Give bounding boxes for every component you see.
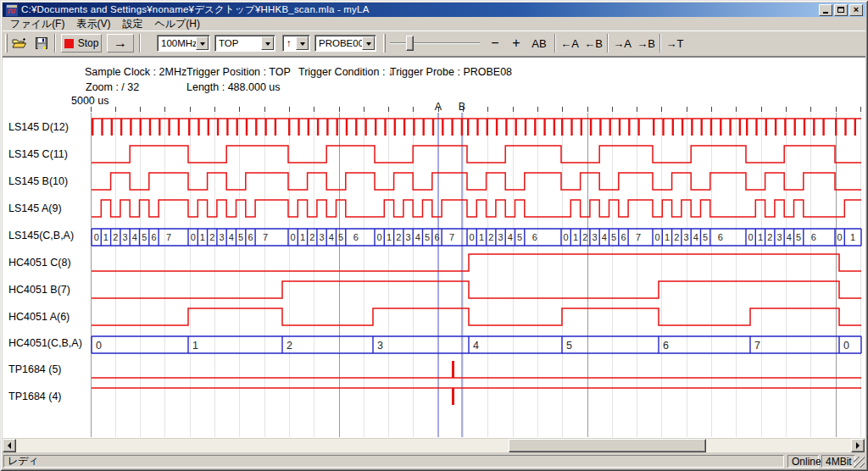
toolbar-separator: [607, 34, 609, 53]
svg-text:2: 2: [396, 232, 401, 242]
channel-wave-6: [92, 281, 861, 298]
scroll-left-button[interactable]: [3, 439, 16, 452]
window-title: C:¥Documents and Settings¥noname¥デスクトップ¥…: [21, 3, 819, 16]
move-b-left-button[interactable]: ←B: [582, 34, 604, 53]
trigger-probe-select[interactable]: PROBE00: [314, 35, 376, 52]
svg-text:1: 1: [103, 232, 108, 242]
trigger-condition-info: Trigger Condition : ↓: [298, 66, 393, 78]
sample-clock-select[interactable]: 100MHz: [157, 35, 210, 52]
chevron-down-icon[interactable]: [261, 36, 274, 50]
close-button[interactable]: ×: [849, 4, 863, 16]
trigger-edge-select[interactable]: ↑: [282, 35, 310, 52]
svg-text:0: 0: [94, 232, 99, 242]
toolbar-grip[interactable]: [383, 34, 386, 53]
svg-text:2: 2: [209, 232, 214, 242]
trigger-position-select[interactable]: TOP: [214, 35, 275, 52]
stop-button[interactable]: Stop: [61, 34, 102, 53]
svg-text:A: A: [435, 101, 442, 113]
svg-text:4: 4: [329, 232, 334, 242]
svg-text:0: 0: [748, 232, 754, 242]
svg-text:6: 6: [151, 232, 156, 242]
online-status-badge: Online: [787, 455, 819, 468]
toolbar-grip[interactable]: [5, 34, 8, 53]
close-icon: ×: [854, 5, 859, 14]
svg-text:5: 5: [796, 232, 801, 242]
svg-text:B: B: [459, 101, 465, 113]
svg-text:3: 3: [683, 232, 688, 242]
channel-wave-5: [92, 254, 861, 271]
zoom-info: Zoom : / 32: [86, 81, 139, 93]
zoom-in-button[interactable]: +: [508, 34, 525, 53]
svg-text:6: 6: [353, 232, 359, 242]
svg-text:1: 1: [665, 232, 670, 242]
svg-text:1: 1: [200, 232, 205, 242]
channel-wave-4: 0123456701234567012345601234567012345601…: [92, 229, 861, 246]
chevron-down-icon[interactable]: [362, 36, 375, 50]
save-button[interactable]: [32, 34, 51, 53]
move-b-right-button[interactable]: →B: [635, 34, 657, 53]
length-info: Length : 488.000 us: [186, 81, 281, 93]
svg-text:2: 2: [113, 232, 118, 242]
svg-text:5: 5: [517, 232, 522, 242]
maximize-button[interactable]: [834, 4, 848, 16]
run-button[interactable]: →: [107, 34, 134, 53]
open-file-button[interactable]: [10, 34, 29, 53]
cursor-b: B: [459, 101, 465, 437]
title-bar[interactable]: C:¥Documents and Settings¥noname¥デスクトップ¥…: [3, 3, 865, 17]
zoom-slider-track[interactable]: [390, 42, 480, 44]
menu-help[interactable]: ヘルプ(H): [148, 16, 206, 32]
channel-wave-0: [92, 119, 861, 136]
scroll-right-button[interactable]: [851, 439, 865, 452]
svg-text:0: 0: [191, 232, 196, 242]
scrollbar-thumb[interactable]: [509, 439, 706, 452]
svg-text:0: 0: [843, 340, 849, 352]
minimize-button[interactable]: [819, 4, 832, 16]
toolbar-separator: [659, 34, 661, 53]
chevron-down-icon[interactable]: [296, 36, 309, 50]
cursor-a: A: [435, 101, 442, 437]
svg-text:7: 7: [636, 232, 641, 242]
toolbar-separator: [554, 34, 556, 53]
svg-text:4: 4: [602, 232, 607, 242]
svg-text:5: 5: [142, 232, 147, 242]
zoom-slider-thumb[interactable]: [406, 36, 414, 51]
ab-button[interactable]: AB: [528, 34, 550, 53]
menu-settings[interactable]: 設定: [116, 16, 148, 32]
channel-wave-10: [92, 388, 861, 405]
svg-text:3: 3: [220, 232, 225, 242]
svg-text:2: 2: [767, 232, 772, 242]
svg-text:4: 4: [415, 232, 420, 242]
svg-text:5: 5: [425, 232, 430, 242]
svg-text:6: 6: [620, 232, 626, 242]
svg-text:0: 0: [837, 232, 843, 242]
trigger-probe-info: Trigger Probe : PROBE08: [390, 66, 512, 78]
svg-text:4: 4: [473, 340, 479, 352]
svg-text:2: 2: [674, 232, 679, 242]
svg-text:3: 3: [319, 232, 324, 242]
horizontal-scrollbar[interactable]: [3, 439, 865, 452]
svg-text:7: 7: [263, 232, 268, 242]
trigger-position-info: Trigger Position : TOP: [186, 66, 291, 78]
svg-text:1: 1: [479, 232, 484, 242]
menu-file[interactable]: ファイル(F): [4, 16, 70, 32]
menu-view[interactable]: 表示(V): [70, 16, 116, 32]
svg-text:7: 7: [166, 232, 171, 242]
svg-text:4: 4: [229, 232, 234, 242]
svg-text:0: 0: [470, 232, 475, 242]
toolbar-separator: [139, 34, 141, 53]
move-a-left-button[interactable]: ←A: [559, 34, 581, 53]
svg-text:3: 3: [123, 232, 128, 242]
zoom-out-button[interactable]: −: [487, 34, 504, 53]
channel-wave-3: [92, 200, 861, 217]
resize-grip-icon[interactable]: [854, 457, 865, 468]
goto-trigger-button[interactable]: →T: [664, 34, 686, 53]
waveform-plot[interactable]: AB01234567012345670123456012345670123456…: [68, 100, 868, 437]
channel-wave-7: [92, 308, 861, 325]
status-bar: レディ Online 4MBit: [3, 454, 865, 468]
move-a-right-button[interactable]: →A: [611, 34, 633, 53]
stop-icon: [64, 39, 74, 48]
svg-text:5: 5: [611, 232, 616, 242]
svg-text:3: 3: [377, 340, 383, 352]
chevron-down-icon[interactable]: [196, 36, 209, 50]
toolbar-separator: [54, 34, 56, 53]
